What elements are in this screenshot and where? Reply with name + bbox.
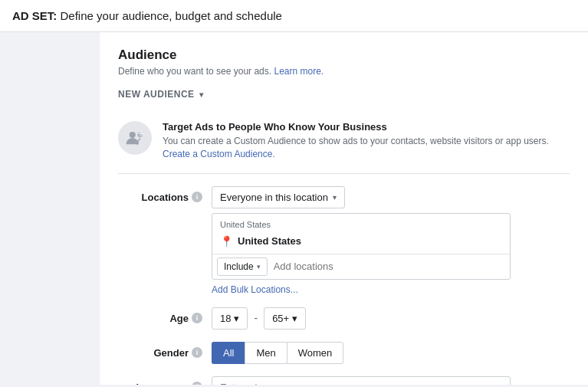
locations-dropdown-value: Everyone in this location [220, 192, 328, 203]
new-audience-button[interactable]: NEW AUDIENCE ▾ [118, 89, 203, 100]
page-header-title: AD SET: Define your audience, budget and… [12, 9, 282, 22]
age-max-dropdown[interactable]: 65+ ▾ [264, 307, 306, 330]
main-layout: Audience Define who you want to see your… [0, 32, 588, 385]
custom-audience-text: Target Ads to People Who Know Your Busin… [163, 121, 570, 161]
include-dropdown-button[interactable]: Include ▾ [217, 257, 268, 276]
age-separator: - [254, 312, 258, 324]
languages-info-icon[interactable]: i [192, 382, 202, 385]
gender-all-button[interactable]: All [212, 342, 245, 364]
page-header-strong: AD SET: [12, 9, 57, 22]
locations-caret-icon: ▾ [333, 193, 337, 202]
locations-dropdown-button[interactable]: Everyone in this location ▾ [212, 186, 345, 208]
location-pin-icon: 📍 [220, 235, 233, 248]
gender-men-button[interactable]: Men [245, 342, 286, 364]
new-audience-label: NEW AUDIENCE [118, 89, 195, 100]
age-controls: 18 ▾ - 65+ ▾ [212, 307, 570, 330]
age-row: Age i 18 ▾ - 65+ ▾ [118, 307, 570, 330]
include-label: Include [224, 261, 254, 272]
location-box-header: United States [212, 214, 510, 232]
svg-point-0 [130, 132, 136, 138]
content-area: Audience Define who you want to see your… [100, 32, 588, 385]
age-min-value: 18 [220, 313, 231, 324]
create-custom-audience-link[interactable]: Create a Custom Audience. [163, 149, 275, 159]
location-box: United States 📍 United States Include ▾ [212, 213, 511, 280]
custom-audience-title: Target Ads to People Who Know Your Busin… [163, 121, 570, 133]
add-bulk-locations-link[interactable]: Add Bulk Locations... [212, 284, 298, 295]
section-subtitle: Define who you want to see your ads. Lea… [118, 66, 570, 77]
page-header-rest: Define your audience, budget and schedul… [61, 9, 282, 22]
chevron-down-icon: ▾ [199, 90, 204, 99]
audience-icon [118, 121, 152, 155]
include-caret-icon: ▾ [257, 263, 261, 271]
section-subtitle-text: Define who you want to see your ads. [118, 66, 271, 77]
gender-button-group: All Men Women [212, 342, 570, 364]
custom-audience-description: You can create a Custom Audience to show… [163, 135, 570, 161]
age-max-value: 65+ [272, 313, 289, 324]
languages-label: Languages i [118, 376, 202, 385]
location-item: 📍 United States [212, 232, 510, 254]
age-min-caret-icon: ▾ [234, 313, 239, 324]
locations-info-icon[interactable]: i [192, 192, 202, 202]
location-name: United States [238, 235, 301, 247]
custom-audience-desc-text: You can create a Custom Audience to show… [163, 136, 549, 146]
locations-label: Locations i [118, 186, 202, 203]
locations-row: Locations i Everyone in this location ▾ … [118, 186, 570, 295]
languages-controls [212, 376, 570, 385]
learn-more-link[interactable]: Learn more. [274, 66, 324, 77]
gender-row: Gender i All Men Women [118, 342, 570, 364]
age-max-caret-icon: ▾ [292, 313, 297, 324]
gender-info-icon[interactable]: i [192, 347, 202, 358]
page-header: AD SET: Define your audience, budget and… [0, 0, 588, 32]
age-label: Age i [118, 307, 202, 324]
sidebar [0, 32, 100, 385]
gender-women-button[interactable]: Women [287, 342, 344, 364]
section-title: Audience [118, 48, 570, 63]
location-include-row: Include ▾ [212, 254, 510, 279]
gender-label: Gender i [118, 342, 202, 359]
add-locations-input[interactable] [271, 259, 505, 274]
custom-audience-box: Target Ads to People Who Know Your Busin… [118, 112, 570, 174]
age-min-dropdown[interactable]: 18 ▾ [212, 307, 248, 330]
locations-controls: Everyone in this location ▾ United State… [212, 186, 570, 295]
languages-input[interactable] [212, 376, 511, 385]
gender-controls: All Men Women [212, 342, 570, 364]
age-info-icon[interactable]: i [192, 313, 202, 323]
languages-row: Languages i [118, 376, 570, 385]
